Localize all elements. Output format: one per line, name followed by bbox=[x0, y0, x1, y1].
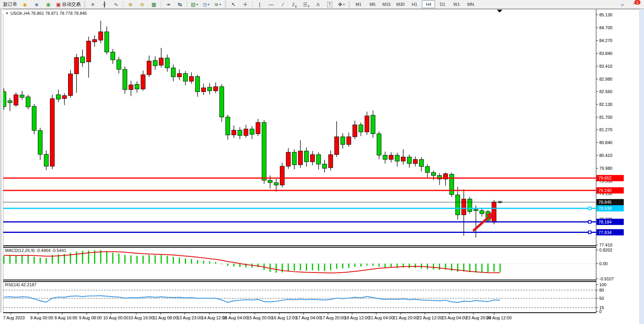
horizontal-line-button[interactable]: ― bbox=[266, 0, 277, 9]
text-button[interactable]: A bbox=[312, 0, 323, 9]
zoom-out-button[interactable]: ⊖ bbox=[137, 0, 147, 9]
line-chart-button[interactable]: ∿ bbox=[111, 0, 121, 9]
candle bbox=[274, 183, 278, 185]
timeframe-button-m30[interactable]: M30 bbox=[394, 0, 407, 8]
candle bbox=[419, 159, 423, 166]
timeframe-button-h1[interactable]: H1 bbox=[408, 0, 421, 8]
indicators-button[interactable]: ≋▾ bbox=[212, 0, 223, 9]
open-account-icon-glyph: ☻ bbox=[34, 2, 39, 7]
resistance-line-79652-price-label: 79.652 bbox=[598, 176, 612, 180]
text-label-button[interactable]: T bbox=[324, 0, 335, 9]
tile-windows-button[interactable]: ▦ bbox=[148, 0, 159, 9]
time-tick-label: 10 Aug 16:00 bbox=[128, 315, 154, 320]
rsi-tick-label: 100 bbox=[599, 282, 606, 287]
time-tick-label: 11 Aug 08:00 bbox=[153, 315, 178, 320]
candlestick-chart-button[interactable]: ╂ bbox=[99, 0, 110, 9]
profiles-clock-glyph: ◷ bbox=[203, 2, 207, 7]
candle bbox=[26, 97, 30, 107]
arrows-shapes-button[interactable]: ✥▾ bbox=[336, 0, 347, 9]
new-order-button-label: 新订单 bbox=[3, 1, 17, 8]
candle bbox=[462, 199, 466, 215]
open-account-icon[interactable]: ☻ bbox=[31, 0, 42, 9]
notifications-chat-icon[interactable]: ❝1 bbox=[629, 0, 640, 9]
candle bbox=[81, 57, 85, 63]
time-tick-label: 24 Aug 12:00 bbox=[486, 315, 512, 320]
new-chart-button[interactable]: ▤▾ bbox=[189, 0, 200, 9]
kite-icon[interactable]: ◆ bbox=[19, 0, 30, 9]
support-line-78638-handle[interactable] bbox=[588, 207, 591, 210]
window-right-scrollbar[interactable] bbox=[639, 9, 644, 324]
timeframe-button-mn[interactable]: MN bbox=[464, 0, 477, 8]
icon-subscript: F bbox=[308, 5, 310, 8]
candle bbox=[219, 86, 224, 117]
chart-window[interactable]: ▼ USOil-,H4 78.861 78.871 78.778 78.845 … bbox=[0, 9, 644, 324]
chart-shift-button[interactable]: ↹ bbox=[174, 0, 185, 9]
candle bbox=[323, 164, 327, 169]
equidistant-channel-button[interactable]: ⫽E bbox=[289, 0, 300, 9]
bar-chart-button[interactable]: ≡ bbox=[87, 0, 98, 9]
price-tick-label: 80.840 bbox=[599, 140, 612, 145]
price-tick-label: 83.410 bbox=[599, 64, 612, 69]
auto-trading-button[interactable]: ▣自动交易 bbox=[54, 0, 82, 9]
dropdown-arrow-icon[interactable]: ▾ bbox=[208, 3, 209, 6]
timeframe-button-w1[interactable]: W1 bbox=[450, 0, 463, 8]
dropdown-arrow-icon[interactable]: ▾ bbox=[196, 3, 198, 6]
time-tick-label: 21 Aug 20:00 bbox=[393, 315, 418, 320]
candle bbox=[280, 166, 284, 185]
time-tick-label: 17 Aug 04:00 bbox=[296, 315, 321, 320]
crosshair-button[interactable]: ✛ bbox=[240, 0, 251, 9]
candle bbox=[68, 74, 73, 96]
cursor-button[interactable]: ↖ bbox=[228, 0, 239, 9]
candle bbox=[292, 152, 297, 165]
new-chart-glyph: ▤ bbox=[191, 2, 195, 7]
window-left-gutter bbox=[0, 9, 3, 313]
candle bbox=[202, 88, 206, 92]
zoom-in-button[interactable]: ⊕ bbox=[125, 0, 136, 9]
candle bbox=[44, 154, 48, 166]
vertical-line-button[interactable]: ❘ bbox=[254, 0, 265, 9]
macd-signal-line bbox=[4, 252, 500, 273]
new-order-button[interactable]: 新订单 bbox=[0, 0, 19, 9]
chart-title-text: USOil-,H4 78.861 78.871 78.778 78.845 bbox=[11, 11, 87, 16]
profiles-clock-button[interactable]: ◷▾ bbox=[200, 0, 211, 9]
candle bbox=[268, 180, 272, 183]
price-chart-canvas[interactable]: 85.13084.70084.27083.84083.41082.98082.5… bbox=[0, 9, 644, 324]
candle bbox=[456, 195, 460, 215]
timeframe-button-m1[interactable]: M1 bbox=[352, 0, 365, 8]
candle bbox=[286, 152, 290, 166]
timeframe-button-m15[interactable]: M15 bbox=[380, 0, 393, 8]
support-line-77834-handle[interactable] bbox=[588, 231, 591, 234]
chevron-down-icon[interactable]: ▼ bbox=[5, 12, 9, 15]
auto-trading-glyph: ▣ bbox=[56, 2, 61, 7]
price-tick-label: 84.270 bbox=[599, 38, 612, 43]
timeframe-button-d1[interactable]: D1 bbox=[436, 0, 449, 8]
support-line-78184-handle[interactable] bbox=[588, 220, 591, 223]
price-tick-label: 81.270 bbox=[599, 127, 612, 132]
search-icon[interactable]: ⌕ bbox=[617, 0, 628, 9]
candle bbox=[335, 137, 339, 155]
candle bbox=[8, 100, 12, 102]
price-tick-label: 82.980 bbox=[599, 77, 612, 81]
macd-indicator-label: MACD(12,26,9) -0.4904 -0.5441 bbox=[5, 248, 66, 253]
toolbar-right-group: ⌕❝1 bbox=[617, 0, 644, 9]
timeframe-button-h4[interactable]: H4 bbox=[422, 0, 435, 8]
candle bbox=[226, 117, 230, 135]
time-tick-label: 23 Aug 04:00 bbox=[442, 315, 467, 320]
dropdown-arrow-icon[interactable]: ▾ bbox=[343, 3, 345, 6]
candle bbox=[14, 95, 18, 105]
fibonacci-glyph: ☰ bbox=[303, 2, 308, 7]
time-tick-label: 8 Aug 00:00 bbox=[30, 315, 53, 320]
candle bbox=[353, 125, 357, 137]
dropdown-arrow-icon[interactable]: ▾ bbox=[219, 3, 221, 6]
fibonacci-button[interactable]: ☰F bbox=[301, 0, 312, 9]
chart-shift-marker-icon bbox=[497, 10, 502, 12]
timeframe-button-m5[interactable]: M5 bbox=[366, 0, 379, 8]
candle bbox=[105, 32, 109, 52]
candle bbox=[56, 95, 60, 99]
candle bbox=[171, 68, 175, 77]
rsi-indicator-label: RSI(14) 42.2187 bbox=[5, 282, 37, 287]
trendline-button[interactable]: ⁄ bbox=[277, 0, 288, 9]
auto-scroll-button[interactable]: ↠ bbox=[163, 0, 174, 9]
signals-icon[interactable]: ◉ bbox=[43, 0, 54, 9]
rsi-tick-label: 50 bbox=[599, 296, 604, 301]
